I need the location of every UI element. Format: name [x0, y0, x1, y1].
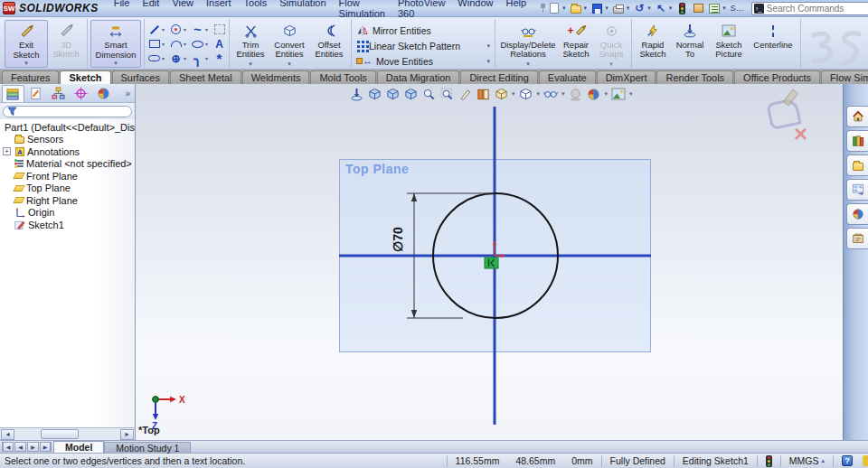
view-cube-icon-1[interactable] — [366, 86, 382, 102]
exit-sketch-button[interactable]: Exit Sketch ▾ — [5, 20, 48, 68]
convert-entities-button[interactable]: Convert Entities ▾ — [269, 20, 310, 68]
undo-caret[interactable]: ▾ — [647, 5, 651, 12]
save-button[interactable] — [590, 2, 604, 15]
offset-entities-button[interactable]: Offset Entities — [310, 20, 348, 68]
shadow-sphere-icon[interactable] — [568, 86, 584, 102]
rapid-sketch-button[interactable]: Rapid Sketch — [635, 20, 671, 68]
propertymanager-tab[interactable] — [24, 85, 47, 102]
tab-evaluate[interactable]: Evaluate — [539, 70, 596, 84]
tab-data-migration[interactable]: Data Migration — [377, 70, 460, 84]
apply-scene-icon[interactable] — [610, 86, 627, 102]
tab-features[interactable]: Features — [2, 70, 59, 84]
section-view-icon[interactable] — [475, 86, 491, 102]
file-explorer-tab[interactable] — [846, 154, 868, 176]
edit-appearance-icon[interactable] — [586, 86, 602, 102]
tab-surfaces[interactable]: Surfaces — [112, 70, 169, 84]
new-caret[interactable]: ▾ — [562, 5, 566, 12]
tree-item-material[interactable]: Material <not specified> — [0, 158, 135, 171]
options-caret[interactable]: ▾ — [722, 5, 726, 12]
tree-root-part[interactable]: Part1 (Default<<Default>_Displa — [0, 121, 135, 134]
tree-item-origin[interactable]: Origin — [0, 207, 135, 220]
sketch-pattern-tool[interactable] — [212, 23, 226, 36]
tab-render-tools[interactable]: Render Tools — [656, 70, 733, 84]
panel-overflow-button[interactable]: » — [125, 89, 133, 98]
repair-sketch-button[interactable]: + Repair Sketch — [558, 20, 594, 68]
print-caret[interactable]: ▾ — [627, 5, 630, 12]
custom-properties-tab[interactable] — [846, 228, 868, 249]
model-tab[interactable]: Model — [53, 441, 104, 453]
scroll-left-button[interactable]: ◂ — [1, 429, 14, 440]
zoom-area-icon[interactable] — [439, 86, 455, 102]
design-library-tab[interactable] — [846, 130, 868, 152]
ellipse-tool[interactable] — [191, 37, 204, 51]
sketch-picture-button[interactable]: Sketch Picture — [709, 20, 749, 68]
section-pen-icon[interactable] — [457, 86, 473, 102]
tab-mold-tools[interactable]: Mold Tools — [310, 70, 375, 84]
print-button[interactable] — [611, 2, 626, 15]
confirmation-corner-cancel-icon[interactable]: × — [794, 122, 807, 145]
motion-study-tab[interactable]: Motion Study 1 — [104, 442, 191, 453]
hide-show-items-icon[interactable] — [542, 86, 559, 102]
zoom-fit-icon[interactable] — [420, 86, 437, 102]
construction-geometry-tool[interactable]: * — [212, 51, 226, 65]
tree-item-front-plane[interactable]: Front Plane — [0, 170, 135, 183]
first-study-button[interactable]: ◀ — [2, 442, 14, 452]
display-style-icon[interactable] — [518, 86, 534, 102]
view-palette-tab[interactable] — [846, 179, 868, 201]
apply-view-icon[interactable] — [348, 86, 364, 102]
prev-study-button[interactable]: ◀ — [14, 442, 26, 452]
options-button[interactable] — [707, 2, 722, 15]
save-caret[interactable]: ▾ — [605, 5, 609, 12]
open-button[interactable] — [569, 2, 583, 15]
search-input[interactable] — [767, 4, 868, 14]
configurationmanager-tab[interactable] — [47, 85, 70, 102]
arc-tool[interactable] — [169, 37, 183, 51]
rebuild-traffic-light-button[interactable] — [675, 2, 689, 15]
point-tool[interactable]: ⊕ — [169, 51, 183, 65]
normal-to-button[interactable]: Normal To — [671, 20, 709, 68]
top-plane-highlight[interactable]: Top Plane — [339, 159, 651, 352]
graphics-viewport[interactable]: Top Plane ∅70 — [136, 84, 843, 440]
tab-office-products[interactable]: Office Products — [734, 70, 820, 84]
select-caret[interactable]: ▾ — [669, 5, 673, 12]
solidworks-resources-tab[interactable] — [846, 106, 868, 127]
displaymanager-tab[interactable] — [92, 85, 115, 102]
last-study-button[interactable]: ▶ — [40, 442, 52, 452]
scroll-right-button[interactable]: ▸ — [120, 429, 134, 440]
featuremanager-tab[interactable] — [2, 85, 24, 102]
linear-sketch-pattern-button[interactable]: Linear Sketch Pattern ▾ — [356, 39, 490, 52]
tab-flow-simulation[interactable]: Flow Simulation — [821, 70, 868, 84]
tab-sheet-metal[interactable]: Sheet Metal — [170, 70, 241, 84]
undo-button[interactable]: ↺ — [632, 2, 646, 15]
view-cube-icon-2[interactable] — [384, 86, 401, 102]
tree-item-annotations[interactable]: + A Annotations — [0, 145, 135, 158]
tab-weldments[interactable]: Weldments — [242, 70, 310, 84]
tree-horizontal-scrollbar[interactable]: ◂ ▸ — [0, 427, 135, 440]
spline-tool[interactable]: ~ — [191, 23, 204, 36]
view-orientation-icon[interactable] — [493, 86, 509, 102]
line-tool[interactable] — [147, 23, 161, 36]
dimxpertmanager-tab[interactable] — [70, 85, 92, 102]
help-status-button[interactable]: ? — [833, 455, 861, 467]
slot-tool[interactable] — [147, 51, 161, 65]
tab-dimxpert[interactable]: DimXpert — [597, 70, 656, 84]
rectangle-tool[interactable] — [147, 37, 161, 51]
fillet-tool[interactable]: ╮ — [191, 51, 204, 65]
open-caret[interactable]: ▾ — [584, 5, 588, 12]
text-tool[interactable]: A — [212, 37, 226, 51]
next-study-button[interactable]: ▶ — [27, 442, 39, 452]
expand-annotations-button[interactable]: + — [3, 147, 11, 155]
move-entities-button[interactable]: ↔ Move Entities ▾ — [356, 54, 490, 68]
new-document-button[interactable] — [547, 2, 561, 15]
appearances-scenes-tab[interactable] — [846, 203, 868, 225]
file-properties-button[interactable] — [691, 2, 705, 15]
tree-item-right-plane[interactable]: Right Plane — [0, 194, 135, 207]
tree-filter-input[interactable] — [3, 106, 132, 117]
tab-direct-editing[interactable]: Direct Editing — [460, 70, 537, 84]
display-delete-relations-button[interactable]: Display/Delete Relations ▾ — [498, 20, 558, 68]
mirror-entities-button[interactable]: Mirror Entities — [356, 23, 490, 37]
scrollbar-thumb[interactable] — [41, 429, 79, 439]
tree-item-sketch1[interactable]: Sketch1 — [0, 219, 135, 231]
units-selector[interactable]: MMGS ▴ — [780, 455, 833, 467]
tree-item-top-plane[interactable]: Top Plane — [0, 183, 135, 195]
